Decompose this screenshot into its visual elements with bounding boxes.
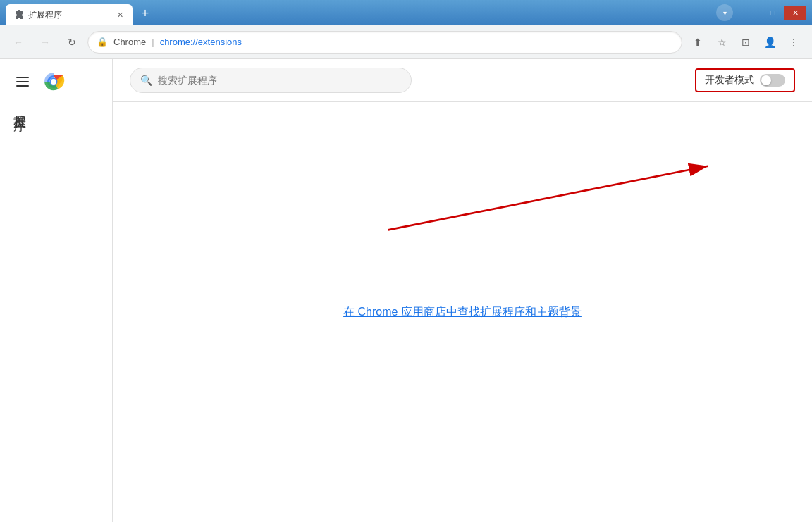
tab-dropdown-button[interactable]: ▾ bbox=[716, 4, 733, 21]
search-input[interactable] bbox=[158, 75, 401, 86]
sidebar-header bbox=[0, 70, 76, 93]
navigation-bar: ← → ↻ 🔒 Chrome | chrome://extensions ⬆ ☆… bbox=[0, 25, 812, 59]
hamburger-line-1 bbox=[16, 77, 29, 78]
title-bar: 扩展程序 ✕ + ▾ ─ □ ✕ bbox=[0, 0, 812, 25]
svg-point-4 bbox=[51, 79, 56, 85]
address-separator: | bbox=[152, 37, 154, 47]
svg-line-6 bbox=[388, 166, 708, 230]
sidebar: 扩展程序 bbox=[0, 59, 113, 522]
address-chrome-label: Chrome bbox=[113, 37, 146, 47]
tablet-mode-button[interactable]: ⊡ bbox=[734, 31, 757, 54]
chrome-logo-icon bbox=[42, 70, 65, 93]
close-button[interactable]: ✕ bbox=[784, 6, 806, 20]
search-box[interactable]: 🔍 bbox=[130, 68, 412, 93]
back-button[interactable]: ← bbox=[7, 31, 30, 54]
address-url-text: chrome://extensions bbox=[160, 37, 242, 47]
tab-close-button[interactable]: ✕ bbox=[114, 9, 125, 20]
toggle-knob bbox=[761, 75, 771, 85]
share-button[interactable]: ⬆ bbox=[687, 31, 709, 54]
forward-button[interactable]: → bbox=[34, 31, 56, 54]
extensions-favicon bbox=[13, 9, 24, 20]
address-bar[interactable]: 🔒 Chrome | chrome://extensions bbox=[87, 31, 682, 54]
bookmark-button[interactable]: ☆ bbox=[710, 31, 733, 54]
more-options-button[interactable]: ⋮ bbox=[782, 31, 805, 54]
active-tab[interactable]: 扩展程序 ✕ bbox=[6, 4, 133, 25]
address-security-icon: 🔒 bbox=[97, 37, 108, 47]
tab-title-label: 扩展程序 bbox=[28, 9, 110, 21]
content-area: 🔍 开发者模式 在 Chrome 应用商店中查找扩展程序和主题背景 bbox=[113, 59, 812, 522]
minimize-button[interactable]: ─ bbox=[739, 6, 761, 20]
refresh-button[interactable]: ↻ bbox=[61, 31, 83, 54]
content-body: 在 Chrome 应用商店中查找扩展程序和主题背景 bbox=[113, 102, 812, 522]
user-account-button[interactable]: 👤 bbox=[758, 31, 781, 54]
content-toolbar: 🔍 开发者模式 bbox=[113, 59, 812, 102]
hamburger-line-3 bbox=[16, 85, 29, 87]
dev-mode-label: 开发者模式 bbox=[705, 74, 754, 87]
sidebar-title: 扩展程序 bbox=[11, 104, 27, 110]
hamburger-menu-button[interactable] bbox=[11, 70, 34, 93]
dev-mode-toggle[interactable] bbox=[760, 74, 785, 87]
new-tab-button[interactable]: + bbox=[135, 4, 155, 23]
search-icon: 🔍 bbox=[140, 75, 152, 86]
maximize-button[interactable]: □ bbox=[761, 6, 784, 20]
chrome-store-link[interactable]: 在 Chrome 应用商店中查找扩展程序和主题背景 bbox=[343, 305, 582, 320]
nav-actions: ⬆ ☆ ⊡ 👤 ⋮ bbox=[687, 31, 805, 54]
hamburger-line-2 bbox=[16, 81, 29, 82]
dev-mode-container: 开发者模式 bbox=[695, 68, 795, 92]
main-layout: 扩展程序 🔍 开发者模式 在 Chrome 应用商店中查找扩展程序和主题背景 bbox=[0, 59, 812, 522]
